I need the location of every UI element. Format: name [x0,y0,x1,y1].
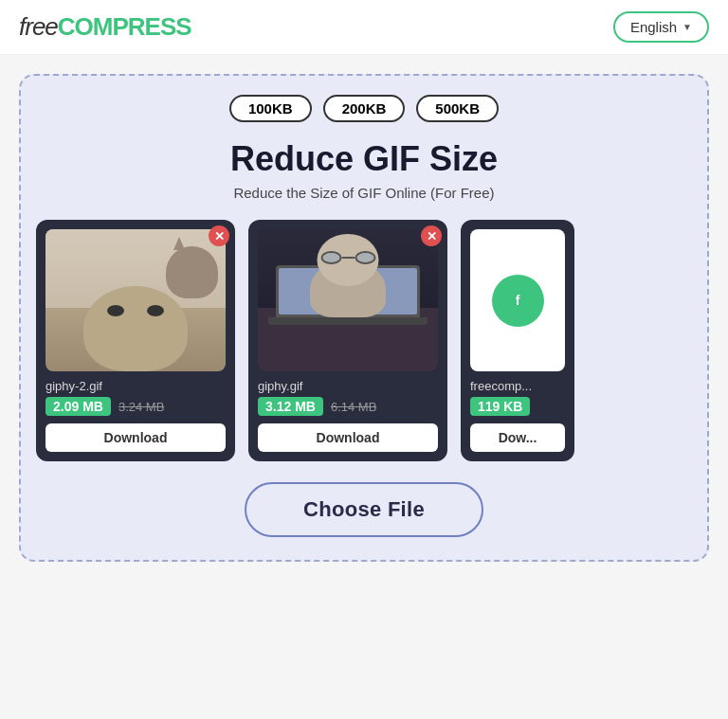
size-old-1: 3.24 MB [118,400,164,414]
chevron-down-icon: ▼ [682,22,692,32]
filename-1: giphy-2.gif [46,379,226,393]
size-preset-100kb[interactable]: 100KB [229,95,312,122]
download-button-3[interactable]: Dow... [470,423,565,452]
gif-preview-1 [46,229,226,371]
size-preset-200kb[interactable]: 200KB [323,95,406,122]
choose-file-button[interactable]: Choose File [245,482,483,537]
size-presets: 100KB 200KB 500KB [36,95,692,122]
logo: freeCOMPRESS [19,12,191,42]
language-selector[interactable]: English ▼ [613,11,709,43]
filename-2: giphy.gif [258,379,438,393]
size-new-1: 2.09 MB [46,397,111,416]
filename-3: freecomp... [470,379,565,393]
size-old-2: 6.14 MB [331,400,376,414]
main-area: 100KB 200KB 500KB Reduce GIF Size Reduce… [0,55,728,581]
gif-card-3: f freecomp... 119 KB Dow... [461,220,574,461]
remove-card-2-button[interactable]: ✕ [421,225,442,246]
brand-logo-mini: f [492,275,544,327]
download-button-2[interactable]: Download [258,423,438,452]
download-button-1[interactable]: Download [46,423,226,452]
card-sizes-2: 3.12 MB 6.14 MB [258,397,438,416]
logo-compress: COMPRESS [58,12,191,41]
cards-row: ✕ giphy-2.gif 2.09 MB 3.24 MB Download [36,220,692,461]
gif-preview-2 [258,229,438,371]
gif-card-1: ✕ giphy-2.gif 2.09 MB 3.24 MB Download [36,220,235,461]
dashed-container: 100KB 200KB 500KB Reduce GIF Size Reduce… [19,74,709,562]
brand-icon: f [503,286,532,315]
card-sizes-1: 2.09 MB 3.24 MB [46,397,226,416]
size-new-2: 3.12 MB [258,397,323,416]
size-new-3: 119 KB [470,397,530,416]
choose-file-section: Choose File [36,482,692,537]
page-subtitle: Reduce the Size of GIF Online (For Free) [36,185,692,201]
size-preset-500kb[interactable]: 500KB [416,95,499,122]
header: freeCOMPRESS English ▼ [0,0,728,55]
card-sizes-3: 119 KB [470,397,565,416]
page-title: Reduce GIF Size [36,139,692,179]
gif-preview-3: f [470,229,565,371]
language-label: English [630,19,677,35]
remove-card-1-button[interactable]: ✕ [209,225,229,246]
gif-card-2: ✕ giphy.gif 3.12 MB 6.14 MB Download [248,220,447,461]
svg-text:f: f [516,293,520,308]
logo-free: free [19,12,58,41]
